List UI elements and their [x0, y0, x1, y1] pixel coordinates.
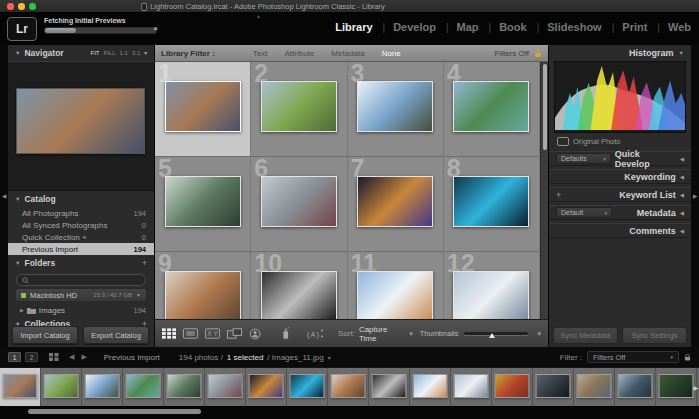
filmstrip-thumbnail[interactable]	[618, 374, 653, 398]
secondary-display-button[interactable]: 1	[8, 352, 21, 362]
grid-shortcut-icon[interactable]	[49, 353, 59, 361]
filmstrip-source[interactable]: Previous Import	[104, 353, 160, 362]
filmstrip-cell[interactable]	[451, 368, 492, 406]
filmstrip-thumbnail[interactable]	[454, 374, 489, 398]
filmstrip-cell[interactable]	[205, 368, 246, 406]
filter-option[interactable]: None	[382, 49, 401, 58]
photo-thumbnail[interactable]	[261, 176, 337, 227]
histogram-header[interactable]: Histogram ▼	[549, 45, 691, 61]
filmstrip-thumbnail[interactable]	[3, 374, 38, 398]
filmstrip-thumbnail[interactable]	[659, 374, 694, 398]
photo-thumbnail[interactable]	[357, 176, 433, 227]
folder-item[interactable]: ▶ Images 194	[8, 304, 154, 316]
expand-section-icon[interactable]: ◀	[680, 156, 684, 162]
sort-direction-icon[interactable]: (A)	[307, 328, 323, 339]
filmstrip-cell[interactable]	[82, 368, 123, 406]
grid-cell[interactable]: 3	[348, 62, 444, 157]
catalog-item[interactable]: All Photographs 194	[8, 207, 154, 219]
add-keyword-icon[interactable]: +	[556, 190, 561, 200]
filter-lock-icon[interactable]	[534, 49, 542, 58]
filmstrip-cell[interactable]	[328, 368, 369, 406]
filmstrip-thumbnail[interactable]	[290, 374, 325, 398]
zoom-option[interactable]: FIT	[91, 50, 100, 56]
sort-value[interactable]: Capture Time	[359, 325, 402, 343]
filter-folders-input[interactable]	[16, 274, 146, 286]
grid-cell[interactable]: 10	[251, 252, 347, 319]
filmstrip-thumbnail[interactable]	[208, 374, 243, 398]
close-window-button[interactable]	[7, 3, 14, 10]
sync-settings-button[interactable]: Sync Settings	[622, 327, 687, 344]
filmstrip-cell[interactable]	[246, 368, 287, 406]
grid-cell[interactable]: 12	[444, 252, 540, 319]
volume-disclosure-icon[interactable]: ▼	[136, 292, 141, 298]
filmstrip-cell[interactable]	[533, 368, 574, 406]
module-tab[interactable]: Web	[648, 21, 692, 33]
expand-section-icon[interactable]: ◀	[680, 228, 684, 234]
add-folder-icon[interactable]: +	[142, 258, 147, 268]
grid-cell[interactable]: 4	[444, 62, 540, 157]
volume-bar[interactable]: Macintosh HD 15.3 / 42.7 GB ▼	[15, 288, 147, 302]
filmstrip-cell[interactable]	[615, 368, 656, 406]
zoom-option[interactable]: 3:1	[132, 50, 140, 56]
expand-folder-icon[interactable]: ▶	[20, 307, 24, 313]
zoom-option[interactable]: FILL	[104, 50, 116, 56]
filmstrip-cell[interactable]	[123, 368, 164, 406]
folders-header[interactable]: ▼ Folders +	[8, 255, 154, 271]
photo-thumbnail[interactable]	[357, 271, 433, 319]
grid-cell[interactable]: 9	[155, 252, 251, 319]
thumbnails-slider[interactable]	[464, 332, 528, 335]
filmstrip-thumbnail[interactable]	[331, 374, 366, 398]
photo-thumbnail[interactable]	[165, 271, 241, 319]
survey-view-icon[interactable]	[227, 328, 242, 339]
photo-thumbnail[interactable]	[165, 176, 241, 227]
right-panel-collapse-strip[interactable]: ▶	[691, 45, 699, 347]
module-tab[interactable]: Map	[437, 21, 480, 33]
module-tab[interactable]: Book	[480, 21, 528, 33]
zoom-window-button[interactable]	[29, 3, 36, 10]
collapse-left-panel-icon[interactable]: ◀	[2, 193, 6, 199]
metadata-preset-dropdown[interactable]: Default ▾	[556, 207, 612, 218]
expand-section-icon[interactable]: ◀	[680, 192, 684, 198]
keyword-list-section[interactable]: + Keyword List ◀	[549, 187, 691, 202]
filter-preset-value[interactable]: Filters Off	[494, 49, 529, 58]
left-panel-collapse-strip[interactable]: ◀	[0, 45, 8, 347]
zoom-menu-caret-icon[interactable]: ▾	[144, 50, 147, 56]
toolbar-options-caret-icon[interactable]: ▾	[537, 330, 541, 338]
sort-caret-icon[interactable]: ▾	[409, 330, 413, 338]
grid-cell[interactable]: 1	[155, 62, 251, 157]
catalog-item[interactable]: Quick Collection + 0	[8, 231, 154, 243]
grid-scrollbar-thumb[interactable]	[543, 64, 548, 150]
disclosure-triangle-icon[interactable]: ▼	[15, 196, 20, 202]
import-catalog-button[interactable]: Import Catalog	[12, 326, 78, 344]
disclosure-triangle-icon[interactable]: ▼	[679, 50, 684, 56]
filmstrip-filter-dropdown[interactable]: Filters Off ▾	[587, 351, 679, 363]
filmstrip-thumbnail[interactable]	[536, 374, 571, 398]
expand-section-icon[interactable]: ◀	[680, 174, 684, 180]
filmstrip-thumbnail[interactable]	[167, 374, 202, 398]
module-tab[interactable]: Library	[334, 21, 373, 33]
selection-summary[interactable]: 194 photos / 1 selected / Images_11.jpg …	[179, 353, 331, 362]
grid-cell[interactable]: 7	[348, 157, 444, 252]
photo-thumbnail[interactable]	[357, 81, 433, 132]
export-catalog-button[interactable]: Export Catalog	[83, 326, 149, 344]
quick-develop-section[interactable]: Defaults ▾ Quick Develop ◀	[549, 151, 691, 166]
filmstrip-thumbnail[interactable]	[126, 374, 161, 398]
previous-photo-icon[interactable]: ◀	[69, 353, 74, 361]
top-panel-collapse-icon[interactable]: ▲	[256, 13, 261, 19]
compare-view-icon[interactable]: XY	[205, 328, 220, 339]
people-view-icon[interactable]	[249, 328, 261, 340]
grid-cell[interactable]: 2	[251, 62, 347, 157]
navigator-header[interactable]: ▼ Navigator FITFILL1:13:1 ▾	[8, 45, 154, 61]
filmstrip-cell[interactable]	[656, 368, 697, 406]
navigator-preview[interactable]	[8, 61, 154, 191]
catalog-item[interactable]: Previous Import 194	[8, 243, 154, 255]
painter-spray-can-icon[interactable]	[282, 327, 290, 340]
metadata-section[interactable]: Default ▾ Metadata ◀	[549, 205, 691, 220]
saved-preset-dropdown[interactable]: Defaults ▾	[556, 153, 611, 164]
module-tab[interactable]: Slideshow	[528, 21, 603, 33]
grid-cell[interactable]: 11	[348, 252, 444, 319]
module-tab[interactable]: Develop	[374, 21, 437, 33]
photo-thumbnail[interactable]	[453, 271, 529, 319]
navigator-preview-image[interactable]	[16, 88, 145, 154]
filmstrip-cell[interactable]	[164, 368, 205, 406]
